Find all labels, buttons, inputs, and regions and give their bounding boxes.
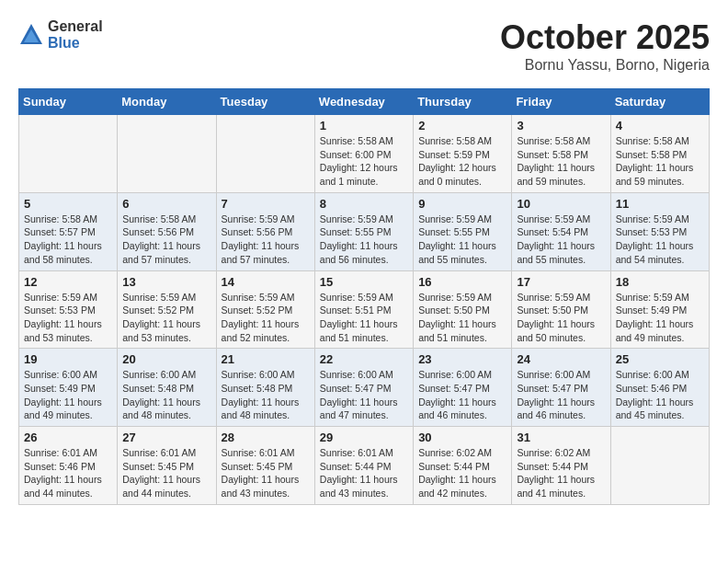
day-info: Sunrise: 6:01 AM Sunset: 5:45 PM Dayligh… [222, 446, 310, 500]
day-number: 17 [517, 275, 605, 289]
calendar-cell: 30Sunrise: 6:02 AM Sunset: 5:44 PM Dayli… [414, 427, 512, 505]
calendar-cell: 21Sunrise: 6:00 AM Sunset: 5:48 PM Dayli… [216, 349, 314, 427]
day-number: 9 [418, 197, 506, 211]
calendar-cell [19, 115, 118, 193]
week-row-5: 26Sunrise: 6:01 AM Sunset: 5:46 PM Dayli… [19, 427, 710, 505]
day-info: Sunrise: 5:58 AM Sunset: 5:59 PM Dayligh… [418, 134, 506, 189]
day-info: Sunrise: 6:00 AM Sunset: 5:47 PM Dayligh… [517, 368, 605, 422]
week-row-4: 19Sunrise: 6:00 AM Sunset: 5:49 PM Dayli… [19, 349, 710, 427]
calendar-cell: 28Sunrise: 6:01 AM Sunset: 5:45 PM Dayli… [216, 427, 314, 505]
day-info: Sunrise: 5:58 AM Sunset: 5:57 PM Dayligh… [24, 213, 112, 267]
day-number: 28 [222, 431, 310, 444]
calendar-cell: 3Sunrise: 5:58 AM Sunset: 5:58 PM Daylig… [512, 115, 610, 193]
day-number: 11 [616, 197, 704, 211]
day-of-week-saturday: Saturday [610, 89, 709, 115]
calendar-cell: 6Sunrise: 5:58 AM Sunset: 5:56 PM Daylig… [118, 192, 216, 270]
calendar-body: 1Sunrise: 5:58 AM Sunset: 6:00 PM Daylig… [19, 115, 710, 505]
calendar-cell: 11Sunrise: 5:59 AM Sunset: 5:53 PM Dayli… [610, 192, 709, 270]
day-info: Sunrise: 6:01 AM Sunset: 5:45 PM Dayligh… [122, 446, 210, 500]
calendar-cell: 26Sunrise: 6:01 AM Sunset: 5:46 PM Dayli… [19, 427, 118, 505]
week-row-3: 12Sunrise: 5:59 AM Sunset: 5:53 PM Dayli… [19, 270, 710, 349]
day-number: 16 [418, 275, 506, 289]
day-info: Sunrise: 5:59 AM Sunset: 5:54 PM Dayligh… [517, 213, 605, 267]
day-number: 3 [517, 119, 605, 132]
calendar-cell [216, 115, 314, 193]
day-info: Sunrise: 5:59 AM Sunset: 5:49 PM Dayligh… [616, 291, 704, 345]
day-number: 4 [616, 119, 704, 132]
calendar-cell: 23Sunrise: 6:00 AM Sunset: 5:47 PM Dayli… [414, 349, 512, 427]
calendar-cell: 22Sunrise: 6:00 AM Sunset: 5:47 PM Dayli… [314, 349, 413, 427]
day-number: 18 [616, 275, 704, 289]
calendar-table: SundayMondayTuesdayWednesdayThursdayFrid… [18, 88, 710, 505]
calendar-cell: 10Sunrise: 5:59 AM Sunset: 5:54 PM Dayli… [512, 192, 610, 270]
day-info: Sunrise: 5:59 AM Sunset: 5:55 PM Dayligh… [418, 213, 506, 267]
month-title: October 2025 [500, 18, 710, 57]
calendar-cell [610, 427, 709, 505]
day-number: 19 [24, 352, 112, 366]
day-info: Sunrise: 5:59 AM Sunset: 5:53 PM Dayligh… [24, 291, 112, 345]
day-info: Sunrise: 6:00 AM Sunset: 5:47 PM Dayligh… [418, 368, 506, 422]
calendar-cell: 31Sunrise: 6:02 AM Sunset: 5:44 PM Dayli… [512, 427, 610, 505]
title-block: October 2025 Bornu Yassu, Borno, Nigeria [500, 18, 710, 74]
logo-icon [18, 22, 44, 48]
page-header: General Blue October 2025 Bornu Yassu, B… [18, 18, 710, 74]
day-number: 1 [320, 119, 408, 132]
day-number: 31 [517, 431, 605, 444]
calendar-cell: 1Sunrise: 5:58 AM Sunset: 6:00 PM Daylig… [314, 115, 413, 193]
day-info: Sunrise: 6:01 AM Sunset: 5:46 PM Dayligh… [24, 446, 112, 500]
day-info: Sunrise: 5:59 AM Sunset: 5:52 PM Dayligh… [122, 291, 210, 345]
day-info: Sunrise: 6:00 AM Sunset: 5:48 PM Dayligh… [222, 368, 310, 422]
day-of-week-friday: Friday [512, 89, 610, 115]
day-info: Sunrise: 5:59 AM Sunset: 5:50 PM Dayligh… [418, 291, 506, 345]
calendar-cell: 29Sunrise: 6:01 AM Sunset: 5:44 PM Dayli… [314, 427, 413, 505]
calendar-cell: 25Sunrise: 6:00 AM Sunset: 5:46 PM Dayli… [610, 349, 709, 427]
day-number: 6 [122, 197, 210, 211]
day-number: 12 [24, 275, 112, 289]
calendar-cell: 14Sunrise: 5:59 AM Sunset: 5:52 PM Dayli… [216, 270, 314, 349]
day-info: Sunrise: 6:01 AM Sunset: 5:44 PM Dayligh… [320, 446, 408, 500]
day-info: Sunrise: 6:00 AM Sunset: 5:48 PM Dayligh… [122, 368, 210, 422]
day-number: 5 [24, 197, 112, 211]
day-info: Sunrise: 5:58 AM Sunset: 5:58 PM Dayligh… [517, 134, 605, 189]
day-number: 10 [517, 197, 605, 211]
day-of-week-thursday: Thursday [414, 89, 512, 115]
calendar-cell: 15Sunrise: 5:59 AM Sunset: 5:51 PM Dayli… [314, 270, 413, 349]
logo: General Blue [18, 18, 103, 51]
day-number: 13 [122, 275, 210, 289]
day-number: 25 [616, 352, 704, 366]
day-info: Sunrise: 6:02 AM Sunset: 5:44 PM Dayligh… [517, 446, 605, 500]
day-info: Sunrise: 5:59 AM Sunset: 5:56 PM Dayligh… [222, 213, 310, 267]
day-number: 29 [320, 431, 408, 444]
day-number: 14 [222, 275, 310, 289]
calendar-cell: 8Sunrise: 5:59 AM Sunset: 5:55 PM Daylig… [314, 192, 413, 270]
calendar-cell: 7Sunrise: 5:59 AM Sunset: 5:56 PM Daylig… [216, 192, 314, 270]
day-number: 24 [517, 352, 605, 366]
day-number: 22 [320, 352, 408, 366]
day-info: Sunrise: 5:59 AM Sunset: 5:55 PM Dayligh… [320, 213, 408, 267]
week-row-2: 5Sunrise: 5:58 AM Sunset: 5:57 PM Daylig… [19, 192, 710, 270]
day-number: 8 [320, 197, 408, 211]
day-number: 7 [222, 197, 310, 211]
day-info: Sunrise: 5:59 AM Sunset: 5:53 PM Dayligh… [616, 213, 704, 267]
day-info: Sunrise: 5:58 AM Sunset: 5:58 PM Dayligh… [616, 134, 704, 189]
day-of-week-sunday: Sunday [19, 89, 118, 115]
calendar-cell: 24Sunrise: 6:00 AM Sunset: 5:47 PM Dayli… [512, 349, 610, 427]
day-info: Sunrise: 6:02 AM Sunset: 5:44 PM Dayligh… [418, 446, 506, 500]
calendar-cell: 5Sunrise: 5:58 AM Sunset: 5:57 PM Daylig… [19, 192, 118, 270]
day-info: Sunrise: 6:00 AM Sunset: 5:47 PM Dayligh… [320, 368, 408, 422]
day-info: Sunrise: 6:00 AM Sunset: 5:46 PM Dayligh… [616, 368, 704, 422]
week-row-1: 1Sunrise: 5:58 AM Sunset: 6:00 PM Daylig… [19, 115, 710, 193]
calendar-cell: 27Sunrise: 6:01 AM Sunset: 5:45 PM Dayli… [118, 427, 216, 505]
day-info: Sunrise: 5:59 AM Sunset: 5:51 PM Dayligh… [320, 291, 408, 345]
day-number: 15 [320, 275, 408, 289]
day-of-week-wednesday: Wednesday [314, 89, 413, 115]
day-info: Sunrise: 5:59 AM Sunset: 5:52 PM Dayligh… [222, 291, 310, 345]
calendar-cell: 17Sunrise: 5:59 AM Sunset: 5:50 PM Dayli… [512, 270, 610, 349]
calendar-cell: 2Sunrise: 5:58 AM Sunset: 5:59 PM Daylig… [414, 115, 512, 193]
location-title: Bornu Yassu, Borno, Nigeria [500, 57, 710, 74]
logo-general: General [48, 18, 103, 35]
calendar-header: SundayMondayTuesdayWednesdayThursdayFrid… [19, 89, 710, 115]
day-info: Sunrise: 5:58 AM Sunset: 6:00 PM Dayligh… [320, 134, 408, 189]
day-of-week-monday: Monday [118, 89, 216, 115]
calendar-cell: 12Sunrise: 5:59 AM Sunset: 5:53 PM Dayli… [19, 270, 118, 349]
